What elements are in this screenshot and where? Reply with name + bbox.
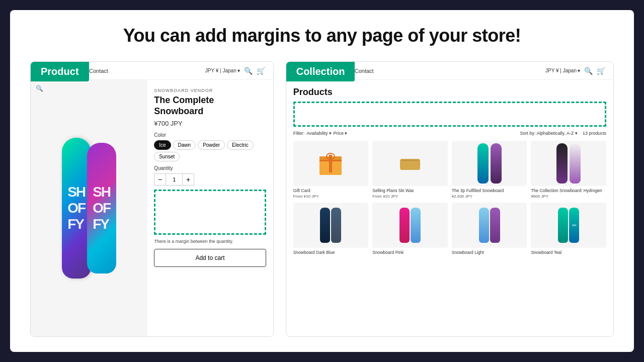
product-name: Snowboard Light bbox=[452, 250, 527, 255]
product-image-board5 bbox=[452, 203, 527, 248]
color-btn-sunset[interactable]: Sunset bbox=[154, 152, 180, 161]
board-img bbox=[320, 208, 330, 243]
quantity-control: − 1 + bbox=[154, 173, 266, 186]
collection-label: Collection bbox=[286, 62, 355, 81]
page-headline: You can add margins to any page of your … bbox=[123, 25, 521, 46]
list-item: SH Snowboard Teal bbox=[531, 203, 606, 256]
products-section-title: Products bbox=[293, 87, 606, 98]
vendor-label: SNOWBOARD VENDOR bbox=[154, 88, 266, 93]
availability-chevron-icon: ▾ bbox=[329, 131, 332, 136]
board-img2 bbox=[411, 208, 421, 243]
product-image-board2 bbox=[531, 141, 606, 186]
product-price: From ¥10 JPY bbox=[372, 194, 448, 199]
product-label: Product bbox=[31, 62, 89, 81]
color-label: Color bbox=[154, 132, 266, 138]
chevron-icon: ▾ bbox=[237, 68, 240, 73]
list-item: Gift Card From ¥10 JPY bbox=[293, 141, 369, 199]
list-item: Snowboard Pink bbox=[372, 203, 448, 256]
product-name: Selling Plans Ski Wax bbox=[372, 188, 448, 193]
product-image-board6: SH bbox=[531, 203, 606, 248]
image-search-icon[interactable]: 🔍 bbox=[36, 85, 43, 92]
filter-left: Filter: Availability ▾ Price ▾ bbox=[293, 131, 347, 136]
product-title: The Complete Snowboard bbox=[154, 95, 266, 117]
search-icon[interactable]: 🔍 bbox=[244, 67, 253, 75]
board-right: SHOFFY bbox=[87, 143, 116, 274]
board-img2 bbox=[331, 208, 341, 243]
filter-bar: Filter: Availability ▾ Price ▾ Sort by: … bbox=[293, 131, 606, 136]
main-board: SHOFFY SHOFFY bbox=[62, 138, 116, 279]
col-nav-currency: JPY ¥ | Japan ▾ bbox=[545, 68, 580, 73]
product-name: Snowboard Teal bbox=[531, 250, 606, 255]
board-container bbox=[399, 208, 421, 243]
filter-availability[interactable]: Availability ▾ bbox=[306, 131, 331, 136]
col-search-icon[interactable]: 🔍 bbox=[584, 67, 593, 75]
product-price: ¥2,630 JPY bbox=[452, 194, 527, 199]
qty-increase-button[interactable]: + bbox=[182, 173, 194, 186]
product-card: Product Contact JPY ¥ | Japan ▾ 🔍 🛒 bbox=[30, 61, 274, 337]
board-left: SHOFFY bbox=[62, 138, 91, 279]
board-img bbox=[558, 208, 568, 243]
snowboard-image: SHOFFY SHOFFY bbox=[36, 123, 142, 294]
svg-rect-2 bbox=[329, 155, 332, 172]
board-left-img bbox=[477, 143, 489, 184]
board-right-img bbox=[491, 143, 502, 184]
color-options: Ice Dawn Powder Electric Sunset bbox=[154, 140, 266, 161]
col-cart-icon[interactable]: 🛒 bbox=[597, 67, 605, 75]
product-name: Snowboard Pink bbox=[372, 250, 448, 255]
collection-card: Collection Contact JPY ¥ | Japan ▾ 🔍 🛒 P… bbox=[286, 61, 614, 337]
product-price: ¥600 JPY bbox=[531, 194, 606, 199]
color-btn-dawn[interactable]: Dawn bbox=[173, 140, 196, 150]
product-name: Gift Card bbox=[293, 188, 369, 193]
board-left-img bbox=[556, 143, 568, 184]
board-container bbox=[478, 208, 501, 243]
product-image-wax bbox=[372, 141, 448, 186]
quantity-label: Quantity bbox=[154, 165, 266, 171]
board-right-text: SHOFFY bbox=[93, 184, 110, 232]
list-item: The 3p Fulfilled Snowboard ¥2,630 JPY bbox=[452, 141, 527, 199]
price-chevron-icon: ▾ bbox=[345, 131, 347, 136]
sort-right: Sort by: Alphabetically, A-Z ▾ 13 produc… bbox=[520, 131, 606, 136]
product-price: From ¥10 JPY bbox=[293, 194, 369, 199]
color-btn-powder[interactable]: Powder bbox=[198, 140, 225, 150]
main-container: You can add margins to any page of your … bbox=[10, 10, 634, 352]
list-item: Snowboard Light bbox=[452, 203, 527, 256]
col-nav-contact[interactable]: Contact bbox=[355, 68, 374, 74]
collection-margin-indicator bbox=[293, 102, 606, 127]
product-image-board3 bbox=[293, 203, 369, 248]
board-img bbox=[479, 208, 489, 243]
nav-contact[interactable]: Contact bbox=[89, 68, 108, 74]
product-image-area: 🔍 SHOFFY SHOFFY bbox=[31, 80, 147, 336]
cart-icon[interactable]: 🛒 bbox=[257, 67, 265, 75]
board-right-img bbox=[570, 143, 581, 184]
svg-rect-3 bbox=[319, 160, 342, 161]
board-container: SH bbox=[557, 208, 580, 243]
margin-note: There is a margin between the quantity. bbox=[154, 239, 266, 244]
board-img2: SH bbox=[569, 208, 579, 243]
col-nav-right: JPY ¥ | Japan ▾ 🔍 🛒 bbox=[545, 67, 605, 75]
products-grid: Gift Card From ¥10 JPY Selling Plans Ski… bbox=[293, 141, 606, 256]
svg-rect-6 bbox=[401, 160, 419, 161]
product-details: SNOWBOARD VENDOR The Complete Snowboard … bbox=[147, 80, 273, 336]
collection-body: Products Filter: Availability ▾ Price ▾ bbox=[286, 80, 613, 336]
list-item: The Collection Snowboard: Hydrogen ¥600 … bbox=[531, 141, 606, 199]
board-container bbox=[319, 208, 342, 243]
list-item: Snowboard Dark Blue bbox=[293, 203, 369, 256]
product-image-board1 bbox=[452, 141, 527, 186]
board-left-text: SHOFFY bbox=[67, 184, 85, 232]
product-image-gift bbox=[293, 141, 369, 186]
quantity-margin-indicator bbox=[154, 190, 266, 235]
board-img2 bbox=[490, 208, 500, 243]
color-btn-electric[interactable]: Electric bbox=[227, 140, 254, 150]
filter-label: Filter: bbox=[293, 131, 305, 136]
color-btn-ice[interactable]: Ice bbox=[154, 140, 171, 150]
col-chevron-icon: ▾ bbox=[578, 68, 580, 73]
product-image-board4 bbox=[372, 203, 448, 248]
add-to-cart-button[interactable]: Add to cart bbox=[154, 249, 266, 267]
qty-decrease-button[interactable]: − bbox=[154, 173, 166, 186]
filter-price[interactable]: Price ▾ bbox=[334, 131, 348, 136]
board-container bbox=[555, 143, 582, 184]
board-container bbox=[476, 143, 503, 184]
product-name: The 3p Fulfilled Snowboard bbox=[452, 188, 527, 193]
cards-row: Product Contact JPY ¥ | Japan ▾ 🔍 🛒 bbox=[30, 61, 614, 337]
nav-right: JPY ¥ | Japan ▾ 🔍 🛒 bbox=[205, 67, 265, 75]
